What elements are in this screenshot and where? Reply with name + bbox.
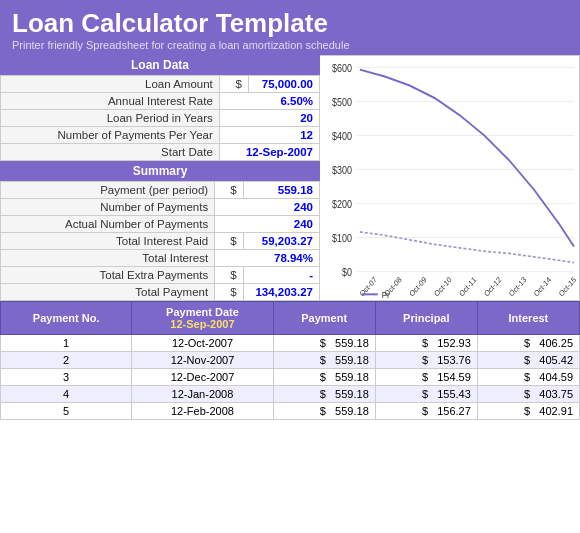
table-row: 5 12-Feb-2008 $ 559.18 $ 156.27 $ 402.91 <box>1 403 580 420</box>
cell-no: 5 <box>1 403 132 420</box>
summary-field-dollar: $ <box>215 182 244 199</box>
page-subtitle: Printer friendly Spreadsheet for creatin… <box>12 39 568 51</box>
svg-text:$300: $300 <box>332 164 352 176</box>
loan-field-label: Start Date <box>1 144 220 161</box>
svg-text:Oct-13: Oct-13 <box>507 275 528 299</box>
cell-interest: $ 402.91 <box>477 403 579 420</box>
summary-field-label: Total Interest <box>1 250 215 267</box>
svg-text:$200: $200 <box>332 199 352 211</box>
loan-field-value: 12-Sep-2007 <box>219 144 319 161</box>
svg-text:Oct-11: Oct-11 <box>457 275 478 299</box>
loan-field-value: 6.50% <box>219 93 319 110</box>
table-row: 3 12-Dec-2007 $ 559.18 $ 154.59 $ 404.59 <box>1 369 580 386</box>
summary-field-value: - <box>243 267 319 284</box>
loan-field-dollar: $ <box>219 76 248 93</box>
cell-interest: $ 403.75 <box>477 386 579 403</box>
summary-field-value: 240 <box>215 216 320 233</box>
cell-no: 1 <box>1 335 132 352</box>
table-row: 4 12-Jan-2008 $ 559.18 $ 155.43 $ 403.75 <box>1 386 580 403</box>
loan-data-table: Loan Amount $ 75,000.00 Annual Interest … <box>0 75 320 161</box>
summary-field-value: 559.18 <box>243 182 319 199</box>
cell-date: 12-Feb-2008 <box>132 403 273 420</box>
loan-chart: $600 $500 $400 $300 $200 $100 $0 Oct-07 … <box>320 56 579 300</box>
cell-principal: $ 155.43 <box>375 386 477 403</box>
cell-payment: $ 559.18 <box>273 352 375 369</box>
cell-principal: $ 154.59 <box>375 369 477 386</box>
summary-field-dollar: $ <box>215 233 244 250</box>
summary-field-value: 59,203.27 <box>243 233 319 250</box>
cell-payment: $ 559.18 <box>273 403 375 420</box>
summary-field-value: 78.94% <box>215 250 320 267</box>
page-header: Loan Calculator Template Printer friendl… <box>0 0 580 55</box>
cell-no: 3 <box>1 369 132 386</box>
svg-text:Oct-12: Oct-12 <box>482 275 503 299</box>
summary-field-label: Total Interest Paid <box>1 233 215 250</box>
cell-payment: $ 559.18 <box>273 386 375 403</box>
col-header-date: Payment Date 12-Sep-2007 <box>132 302 273 335</box>
loan-field-label: Loan Amount <box>1 76 220 93</box>
loan-field-label: Annual Interest Rate <box>1 93 220 110</box>
summary-field-dollar: $ <box>215 267 244 284</box>
cell-principal: $ 152.93 <box>375 335 477 352</box>
cell-date: 12-Jan-2008 <box>132 386 273 403</box>
svg-text:Oct-09: Oct-09 <box>408 275 429 299</box>
summary-field-dollar: $ <box>215 284 244 301</box>
svg-text:$100: $100 <box>332 233 352 245</box>
svg-text:Oct-15: Oct-15 <box>557 275 578 299</box>
payment-schedule-table: Payment No. Payment Date 12-Sep-2007 Pay… <box>0 301 580 420</box>
col-header-no: Payment No. <box>1 302 132 335</box>
loan-field-value: 20 <box>219 110 319 127</box>
cell-date: 12-Oct-2007 <box>132 335 273 352</box>
col-header-interest: Interest <box>477 302 579 335</box>
col-header-payment: Payment <box>273 302 375 335</box>
svg-text:$400: $400 <box>332 130 352 142</box>
cell-principal: $ 153.76 <box>375 352 477 369</box>
cell-date: 12-Nov-2007 <box>132 352 273 369</box>
summary-field-label: Payment (per period) <box>1 182 215 199</box>
cell-interest: $ 404.59 <box>477 369 579 386</box>
cell-date: 12-Dec-2007 <box>132 369 273 386</box>
loan-field-value: 75,000.00 <box>248 76 319 93</box>
svg-text:$500: $500 <box>332 96 352 108</box>
svg-text:$600: $600 <box>332 62 352 74</box>
table-row: 2 12-Nov-2007 $ 559.18 $ 153.76 $ 405.42 <box>1 352 580 369</box>
page-title: Loan Calculator Template <box>12 8 568 39</box>
loan-field-label: Loan Period in Years <box>1 110 220 127</box>
cell-interest: $ 406.25 <box>477 335 579 352</box>
svg-text:Pr: Pr <box>382 289 390 300</box>
cell-no: 4 <box>1 386 132 403</box>
start-date-subheader: 12-Sep-2007 <box>170 318 234 330</box>
summary-header: Summary <box>0 161 320 181</box>
summary-table: Payment (per period) $ 559.18 Number of … <box>0 181 320 301</box>
cell-interest: $ 405.42 <box>477 352 579 369</box>
summary-field-value: 134,203.27 <box>243 284 319 301</box>
summary-field-label: Actual Number of Payments <box>1 216 215 233</box>
summary-field-label: Number of Payments <box>1 199 215 216</box>
col-header-principal: Principal <box>375 302 477 335</box>
left-panel: Loan Data Loan Amount $ 75,000.00 Annual… <box>0 55 320 301</box>
summary-field-value: 240 <box>215 199 320 216</box>
svg-text:Oct-14: Oct-14 <box>532 275 553 299</box>
main-split: Loan Data Loan Amount $ 75,000.00 Annual… <box>0 55 580 301</box>
cell-payment: $ 559.18 <box>273 335 375 352</box>
summary-field-label: Total Payment <box>1 284 215 301</box>
summary-field-label: Total Extra Payments <box>1 267 215 284</box>
cell-principal: $ 156.27 <box>375 403 477 420</box>
loan-field-label: Number of Payments Per Year <box>1 127 220 144</box>
table-row: 1 12-Oct-2007 $ 559.18 $ 152.93 $ 406.25 <box>1 335 580 352</box>
loan-data-header: Loan Data <box>0 55 320 75</box>
svg-text:Oct-10: Oct-10 <box>433 275 454 299</box>
cell-no: 2 <box>1 352 132 369</box>
loan-field-value: 12 <box>219 127 319 144</box>
svg-text:$0: $0 <box>342 267 352 279</box>
chart-panel: $600 $500 $400 $300 $200 $100 $0 Oct-07 … <box>320 55 580 301</box>
cell-payment: $ 559.18 <box>273 369 375 386</box>
